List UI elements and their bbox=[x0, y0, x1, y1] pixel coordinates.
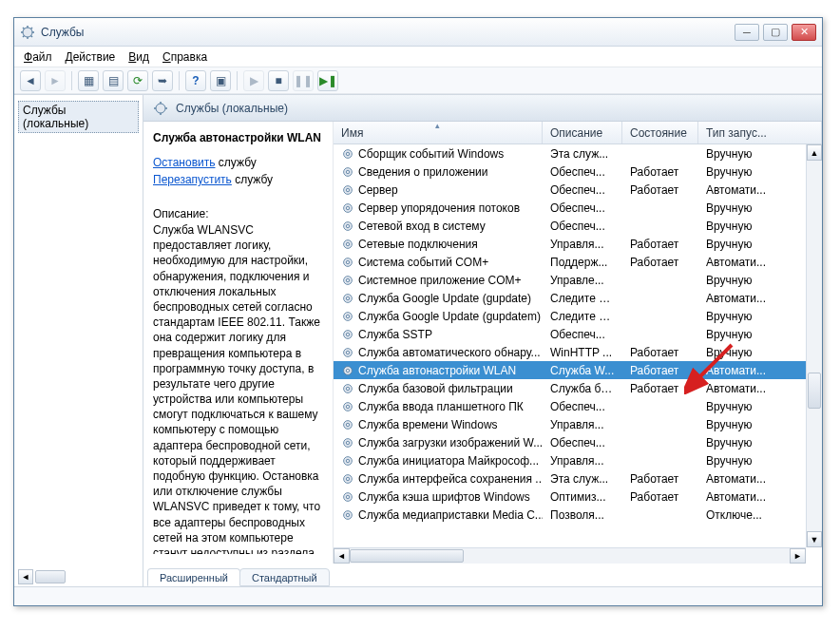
cell-startup: Автомати... bbox=[698, 256, 822, 269]
table-row[interactable]: Служба инициатора Майкрософ...Управля...… bbox=[334, 451, 822, 469]
table-row[interactable]: Служба кэша шрифтов WindowsОптимиз...Раб… bbox=[334, 488, 822, 506]
cell-status: Работает bbox=[622, 165, 698, 179]
cell-startup: Отключе... bbox=[698, 508, 822, 522]
cell-startup: Автомати... bbox=[698, 364, 822, 377]
table-row[interactable]: Служба загрузки изображений W...Обеспеч.… bbox=[334, 433, 822, 451]
svg-line-6 bbox=[31, 35, 33, 37]
hscroll-left-icon[interactable]: ◄ bbox=[334, 548, 350, 564]
properties-button[interactable]: ▤ bbox=[103, 70, 124, 91]
tree-item-services-local[interactable]: Службы (локальные) bbox=[18, 101, 139, 133]
scroll-left-icon[interactable]: ◄ bbox=[18, 569, 33, 584]
export-button[interactable]: ➥ bbox=[152, 70, 173, 91]
hscroll-right-icon[interactable]: ► bbox=[790, 548, 806, 564]
detail-pane: Служба автонастройки WLAN Остановить слу… bbox=[143, 122, 334, 564]
table-row[interactable]: Система событий COM+Поддерж...РаботаетАв… bbox=[334, 253, 822, 271]
table-row[interactable]: Служба SSTPОбеспеч...Вручную bbox=[334, 325, 822, 343]
table-row[interactable]: Служба базовой фильтрацииСлужба ба...Раб… bbox=[334, 379, 822, 397]
cell-name: Системное приложение COM+ bbox=[334, 274, 543, 287]
back-button[interactable]: ◄ bbox=[20, 70, 41, 91]
table-row[interactable]: Сетевые подключенияУправля...РаботаетВру… bbox=[334, 235, 822, 253]
cell-startup: Вручную bbox=[698, 328, 822, 341]
description-body: Служба WLANSVC предоставляет логику, нео… bbox=[153, 222, 327, 554]
cell-startup: Вручную bbox=[698, 274, 822, 287]
cell-status: Работает bbox=[622, 364, 698, 377]
table-row[interactable]: Служба времени WindowsУправля...Вручную bbox=[334, 415, 822, 433]
cell-description: Обеспеч... bbox=[543, 165, 622, 179]
statusbar bbox=[14, 586, 822, 605]
close-button[interactable]: ✕ bbox=[792, 24, 816, 41]
cell-description: Служба ба... bbox=[543, 382, 622, 395]
scroll-down-icon[interactable]: ▼ bbox=[807, 531, 822, 547]
services-icon bbox=[20, 25, 35, 40]
tab-extended[interactable]: Расширенный bbox=[147, 568, 240, 586]
menu-action[interactable]: Действие bbox=[66, 50, 116, 64]
restart-link[interactable]: Перезапустить bbox=[153, 173, 232, 186]
col-startup-type[interactable]: Тип запус... bbox=[698, 122, 822, 143]
table-row[interactable]: Системное приложение COM+Управле...Вручн… bbox=[334, 271, 822, 289]
cell-startup: Вручную bbox=[698, 454, 822, 468]
menu-view[interactable]: Вид bbox=[128, 50, 149, 64]
col-name[interactable]: Имя bbox=[334, 122, 543, 143]
table-row[interactable]: Сетевой вход в системуОбеспеч...Вручную bbox=[334, 217, 822, 235]
col-description[interactable]: Описание bbox=[543, 122, 622, 143]
cell-description: Эта служ... bbox=[543, 147, 622, 161]
tree-horizontal-scrollbar[interactable]: ◄ bbox=[18, 569, 125, 584]
svg-point-35 bbox=[346, 333, 350, 336]
pane-header: Службы (локальные) bbox=[143, 95, 822, 122]
table-row[interactable]: Служба Google Update (gupdate)Следите за… bbox=[334, 289, 822, 307]
stop-link[interactable]: Остановить bbox=[153, 156, 216, 169]
svg-point-47 bbox=[346, 441, 350, 445]
stop-service-button[interactable]: ■ bbox=[268, 70, 289, 91]
cell-description: Позволя... bbox=[543, 508, 622, 522]
table-row[interactable]: Служба автоматического обнару...WinHTTP … bbox=[334, 343, 822, 361]
titlebar: Службы ─ ▢ ✕ bbox=[14, 18, 822, 47]
cell-name: Служба SSTP bbox=[334, 328, 543, 341]
scroll-up-icon[interactable]: ▲ bbox=[807, 144, 822, 161]
forward-button[interactable]: ► bbox=[45, 70, 66, 91]
cell-startup: Вручную bbox=[698, 147, 822, 161]
refresh-button[interactable]: ⟳ bbox=[127, 70, 148, 91]
start-service-button[interactable]: ▶ bbox=[243, 70, 264, 91]
col-status[interactable]: Состояние bbox=[622, 122, 698, 143]
help-button[interactable]: ? bbox=[185, 70, 206, 91]
table-row[interactable]: Сборщик событий WindowsЭта служ...Вручну… bbox=[334, 144, 822, 163]
cell-name: Служба автоматического обнару... bbox=[334, 346, 543, 359]
tab-standard[interactable]: Стандартный bbox=[239, 568, 330, 586]
minimize-button[interactable]: ─ bbox=[735, 24, 759, 41]
console-button[interactable]: ▣ bbox=[210, 70, 231, 91]
cell-description: Управле... bbox=[543, 274, 622, 287]
menu-help[interactable]: Справка bbox=[162, 50, 207, 64]
show-hide-tree-button[interactable]: ▦ bbox=[78, 70, 99, 91]
svg-point-19 bbox=[346, 188, 350, 192]
table-row[interactable]: Служба ввода планшетного ПКОбеспеч...Вру… bbox=[334, 397, 822, 415]
horizontal-scrollbar[interactable]: ◄ ► bbox=[334, 547, 806, 564]
table-row[interactable]: Служба интерфейса сохранения ...Эта служ… bbox=[334, 469, 822, 488]
service-list: Имя Описание Состояние Тип запус... Сбор… bbox=[334, 122, 822, 564]
pause-service-button[interactable]: ❚❚ bbox=[293, 70, 314, 91]
vscroll-thumb[interactable] bbox=[808, 373, 821, 409]
table-row[interactable]: Сведения о приложенииОбеспеч...РаботаетВ… bbox=[334, 163, 822, 181]
svg-point-23 bbox=[346, 224, 350, 228]
table-row[interactable]: СерверОбеспеч...РаботаетАвтомати... bbox=[334, 181, 822, 199]
svg-point-37 bbox=[346, 351, 350, 354]
hscroll-thumb[interactable] bbox=[350, 549, 464, 563]
table-row[interactable]: Служба автонастройки WLANСлужба W...Рабо… bbox=[334, 361, 822, 379]
cell-name: Система событий COM+ bbox=[334, 256, 543, 269]
svg-point-55 bbox=[346, 513, 350, 517]
table-row[interactable]: Сервер упорядочения потоковОбеспеч...Вру… bbox=[334, 199, 822, 217]
cell-startup: Вручную bbox=[698, 436, 822, 449]
maximize-button[interactable]: ▢ bbox=[763, 24, 788, 41]
cell-status: Работает bbox=[622, 490, 698, 504]
scroll-thumb[interactable] bbox=[35, 570, 66, 583]
cell-name: Служба Google Update (gupdate) bbox=[334, 292, 543, 305]
table-row[interactable]: Служба медиаприставки Media C...Позволя.… bbox=[334, 506, 822, 524]
table-row[interactable]: Служба Google Update (gupdatem)Следите з… bbox=[334, 307, 822, 325]
cell-name: Служба инициатора Майкрософ... bbox=[334, 454, 543, 468]
svg-point-25 bbox=[346, 242, 350, 246]
menu-file[interactable]: Файл bbox=[24, 50, 52, 64]
vertical-scrollbar[interactable]: ▲ ▼ bbox=[806, 144, 822, 547]
cell-name: Служба кэша шрифтов Windows bbox=[334, 490, 543, 504]
cell-name: Служба ввода планшетного ПК bbox=[334, 400, 543, 413]
restart-service-button[interactable]: ▶❚ bbox=[317, 70, 338, 91]
svg-point-9 bbox=[156, 104, 165, 113]
